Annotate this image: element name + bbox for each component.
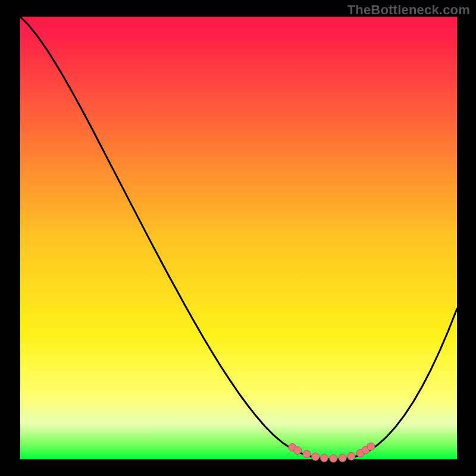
bottleneck-chart [0,0,476,476]
optimal-marker [367,443,375,450]
optimal-marker [303,450,311,458]
optimal-marker [312,453,320,461]
optimal-marker [339,454,346,462]
optimal-marker [347,452,355,460]
watermark-text: TheBottleneck.com [347,2,470,18]
optimal-marker [294,447,302,455]
chart-container: TheBottleneck.com [0,0,476,476]
optimal-marker [320,454,328,462]
optimal-marker [330,455,337,462]
